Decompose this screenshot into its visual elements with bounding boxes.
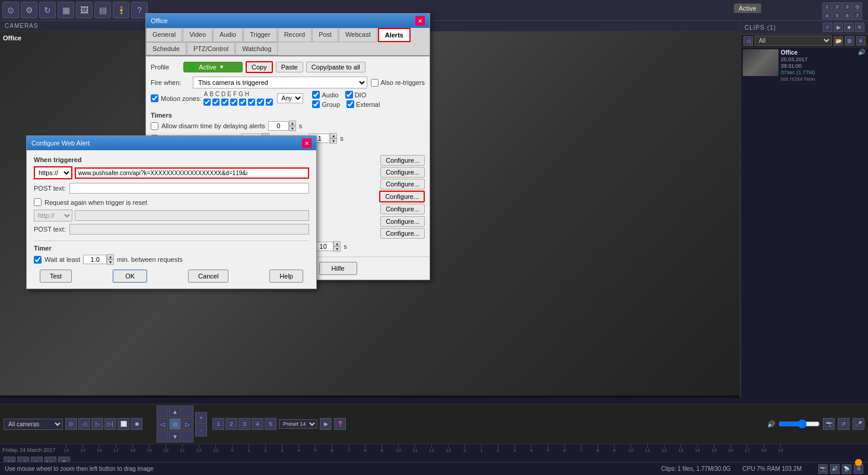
profile-copy-button[interactable]: Copy [246,61,273,73]
go-button[interactable]: ▶ [320,418,332,430]
web-alert-titlebar[interactable]: Configure Web Alert ✕ [27,136,316,150]
action-5-configure[interactable]: Configure... [380,204,425,214]
zoom-out-button[interactable]: - [195,425,207,436]
wa-ok-button[interactable]: OK [113,270,147,283]
ptz-center[interactable]: ⊙ [169,418,181,430]
clips-icon3[interactable]: ✕ [856,36,866,46]
keypad-6[interactable]: 6 [842,11,852,20]
list-button[interactable]: ▤ [94,2,111,18]
action-1-configure[interactable]: Configure... [380,155,425,166]
wa-test-button[interactable]: Test [40,270,72,283]
dio-time-down-button[interactable]: ▼ [333,246,341,252]
keypad-4[interactable]: 4 [822,11,832,20]
within-down-button[interactable]: ▼ [330,138,337,144]
tab-alerts[interactable]: Alerts [378,28,411,42]
action-4-configure[interactable]: Configure... [379,191,425,202]
ptz-ul[interactable] [157,406,168,417]
fire-when-dropdown[interactable]: This camera is triggered [193,77,367,88]
zone-c-checkbox[interactable] [221,99,228,106]
office-dialog-close[interactable]: ✕ [415,16,425,26]
play-prev-button[interactable]: ◁ [78,418,90,430]
clips-close-btn[interactable]: ✕ [855,23,864,32]
clips-icon1[interactable]: 📂 [834,36,843,46]
ptz-right[interactable]: ▷ [182,418,193,430]
disarm-up-button[interactable]: ▲ [289,121,296,126]
tab-ptz[interactable]: PTZ/Control [187,42,235,55]
num-2[interactable]: 2 [225,418,237,430]
wa-wait-checkbox[interactable] [34,256,42,264]
refresh-button[interactable]: ↻ [39,2,56,18]
also-retriggers-checkbox[interactable] [371,79,379,87]
wa-url-input[interactable] [75,167,309,179]
tab-post[interactable]: Post [312,28,338,42]
zone-b-checkbox[interactable] [212,99,220,106]
tab-webcast[interactable]: Webcast [339,28,377,42]
web-alert-close[interactable]: ✕ [302,138,311,148]
ptz-left[interactable]: ◁ [157,418,168,430]
zone-e-checkbox[interactable] [239,99,246,106]
zone-f-checkbox[interactable] [248,99,255,106]
mic-icon[interactable]: 🎤 [853,418,864,430]
ptz-dr[interactable] [182,430,193,442]
tab-watchdog[interactable]: Watchdog [236,42,278,55]
home-button[interactable]: ⊙ [2,2,19,18]
ptz-dl[interactable] [157,430,168,442]
profile-copyall-button[interactable]: Copy/paste to all [306,62,365,72]
wa-wait-input[interactable] [83,255,107,264]
keypad-1[interactable]: 1 [822,2,832,11]
camera-select-dropdown[interactable]: All cameras [4,419,63,430]
num-5[interactable]: 5 [265,418,276,430]
record-button[interactable]: ⏺ [131,418,142,430]
wa-wait-down-button[interactable]: ▼ [107,259,114,265]
wa-cancel-button[interactable]: Cancel [188,270,228,283]
clips-add-btn[interactable]: + [823,23,832,32]
zone-d-checkbox[interactable] [230,99,237,106]
tab-general[interactable]: General [146,28,182,42]
keypad-3[interactable]: 3 [842,2,852,11]
wa-protocol-select[interactable]: https:// http:// [34,166,72,179]
keypad-7[interactable]: 7 [853,11,862,20]
allow-disarm-checkbox[interactable] [151,122,158,130]
action-6-configure[interactable]: Configure... [380,216,425,227]
wa-secondary-url-input[interactable] [75,210,309,221]
dio-time-up-button[interactable]: ▲ [333,241,341,246]
clip-item[interactable]: Office 25.03.2017 39:31:00 07sec (1.77M)… [741,48,868,84]
status-icon1[interactable]: 📷 [818,464,828,474]
profile-dropdown[interactable]: Active ▼ [183,62,243,72]
action-7-configure[interactable]: Configure... [380,228,425,239]
wa-request-again-checkbox[interactable] [34,198,42,206]
wa-help-button[interactable]: Help [269,270,303,283]
dio-checkbox[interactable] [345,91,353,99]
clips-filter-dropdown[interactable]: All [755,36,832,46]
clips-icon2[interactable]: ⊠ [845,36,854,46]
num-1[interactable]: 1 [212,418,224,430]
clips-play-btn[interactable]: ▶ [834,23,843,32]
preset-dropdown[interactable]: Preset 14 [279,419,317,429]
wa-wait-up-button[interactable]: ▲ [107,254,114,259]
wa-secondary-post-input[interactable] [69,224,309,235]
zone-h-checkbox[interactable] [266,99,273,106]
disarm-value-input[interactable] [268,121,289,131]
stop-button[interactable]: ⬜ [117,418,129,430]
action-2-configure[interactable]: Configure... [380,167,425,178]
status-icon3[interactable]: 📡 [842,464,851,474]
tab-trigger[interactable]: Trigger [243,28,276,42]
grid-button[interactable]: ▦ [58,2,74,18]
num-4[interactable]: 4 [252,418,263,430]
camera-icon2[interactable]: 📷 [823,418,835,430]
image-button[interactable]: 🖼 [76,2,93,18]
num-3[interactable]: 3 [239,418,250,430]
profile-paste-button[interactable]: Paste [276,62,303,72]
action-3-configure[interactable]: Configure... [380,179,425,189]
tab-video[interactable]: Video [183,28,212,42]
play-button[interactable]: ▷ [91,418,103,430]
zone-g-checkbox[interactable] [257,99,264,106]
reset-icon[interactable]: ↺ [838,418,850,430]
wa-post-input[interactable] [69,183,309,194]
signal-button[interactable]: 🚦 [113,2,129,18]
volume-slider[interactable] [778,419,820,429]
settings-button[interactable]: ⚙ [21,2,37,18]
motion-zones-checkbox[interactable] [151,94,158,102]
clips-stop-btn[interactable]: ■ [844,23,854,32]
play-next-button[interactable]: ▷| [104,418,116,430]
